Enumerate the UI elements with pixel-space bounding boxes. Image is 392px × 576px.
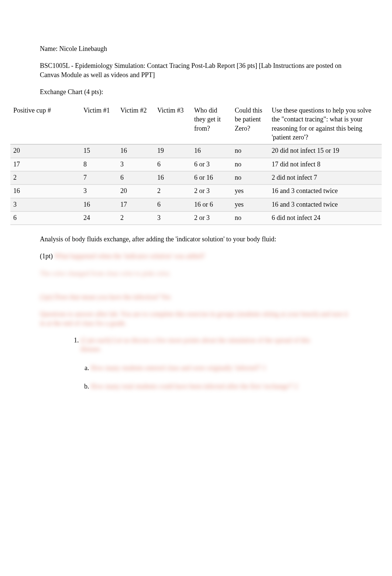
cell-v2: 20	[117, 184, 154, 198]
cell-pz: no	[232, 171, 269, 184]
exchange-chart-table: Positive cup # Victim #1 Victim #2 Victi…	[10, 104, 382, 225]
cell-v1: 7	[80, 171, 117, 184]
question-1: (1pt) What happened when the 'indicator …	[40, 252, 352, 261]
cell-positive: 6	[10, 211, 80, 225]
table-header-row: Positive cup # Victim #1 Victim #2 Victi…	[10, 104, 382, 144]
cell-reason: 2 did not infect 7	[269, 171, 382, 184]
table-body: 2015161916no20 did not infect 15 or 1917…	[10, 144, 382, 225]
cell-v2: 2	[117, 211, 154, 225]
cell-positive: 20	[10, 144, 80, 158]
cell-v1: 3	[80, 184, 117, 198]
cell-pz: yes	[232, 184, 269, 198]
col-header-pz: Could this be patient Zero?	[232, 104, 269, 144]
col-header-victim3: Victim #3	[154, 104, 191, 144]
col-header-victim1: Victim #1	[80, 104, 117, 144]
table-row: 624232 or 3no6 did not infect 24	[10, 211, 382, 225]
cell-pz: no	[232, 144, 269, 158]
group-instructions-blurred: Questions to answer after lab. You are t…	[40, 310, 352, 328]
cell-v3: 3	[154, 211, 191, 225]
cell-reason: 16 and 3 contacted twice	[269, 198, 382, 211]
cell-positive: 17	[10, 158, 80, 171]
table-row: 2015161916no20 did not infect 15 or 19	[10, 144, 382, 158]
numbered-questions: (2 pts each) Let us discuss a few more p…	[80, 336, 330, 391]
cell-v1: 15	[80, 144, 117, 158]
q1-prefix: (1pt)	[40, 252, 53, 260]
cell-v2: 17	[117, 198, 154, 211]
numbered-item-1: (2 pts each) Let us discuss a few more p…	[80, 336, 330, 391]
report-title: BSC1005L - Epidemiology Simulation: Cont…	[40, 61, 352, 79]
table-row: 31617616 or 6yes16 and 3 contacted twice	[10, 198, 382, 211]
cell-v3: 2	[154, 184, 191, 198]
cell-who: 16 or 6	[191, 198, 232, 211]
cell-v3: 6	[154, 198, 191, 211]
answer-1-blurred: The color changed from clear color to pi…	[40, 269, 352, 278]
cell-v2: 3	[117, 158, 154, 171]
cell-pz: no	[232, 211, 269, 225]
cell-v3: 16	[154, 171, 191, 184]
cell-v2: 6	[117, 171, 154, 184]
cell-who: 2 or 3	[191, 211, 232, 225]
alpha-list: How many students entered class and were…	[91, 363, 330, 391]
cell-who: 6 or 16	[191, 171, 232, 184]
analysis-intro: Analysis of body fluids exchange, after …	[40, 235, 352, 244]
num1-text-blurred: (2 pts each) Let us discuss a few more p…	[80, 337, 310, 353]
cell-reason: 17 did not infect 8	[269, 158, 382, 171]
alpha-item-b: How many total students could have been …	[91, 382, 330, 391]
cell-v1: 8	[80, 158, 117, 171]
col-header-reason: Use these questions to help you solve th…	[269, 104, 382, 144]
cell-positive: 2	[10, 171, 80, 184]
num1a-text-blurred: How many students entered class and were…	[91, 364, 266, 372]
alpha-item-a: How many students entered class and were…	[91, 363, 330, 372]
cell-reason: 6 did not infect 24	[269, 211, 382, 225]
cell-reason: 16 and 3 contacted twice	[269, 184, 382, 198]
cell-positive: 16	[10, 184, 80, 198]
col-header-who: Who did they get it from?	[191, 104, 232, 144]
table-row: 276166 or 16no2 did not infect 7	[10, 171, 382, 184]
lab-report-page: Name: Nicole Linebaugh BSC1005L - Epidem…	[0, 0, 392, 422]
cell-pz: yes	[232, 198, 269, 211]
q1-text-blurred: What happened when the 'indicator soluti…	[53, 252, 205, 260]
table-row: 1632022 or 3yes16 and 3 contacted twice	[10, 184, 382, 198]
cell-pz: no	[232, 158, 269, 171]
exchange-chart-heading: Exchange Chart (4 pts):	[40, 87, 352, 96]
cell-v3: 6	[154, 158, 191, 171]
num1b-text-blurred: How many total students could have been …	[91, 383, 298, 390]
cell-v2: 16	[117, 144, 154, 158]
table-row: 178366 or 3no17 did not infect 8	[10, 158, 382, 171]
cell-reason: 20 did not infect 15 or 19	[269, 144, 382, 158]
cell-positive: 3	[10, 198, 80, 211]
cell-who: 6 or 3	[191, 158, 232, 171]
col-header-victim2: Victim #2	[117, 104, 154, 144]
cell-who: 16	[191, 144, 232, 158]
cell-v3: 19	[154, 144, 191, 158]
question-2-blurred: (1pt) Does that mean you have the infect…	[40, 293, 352, 301]
col-header-positive: Positive cup #	[10, 104, 80, 144]
cell-v1: 16	[80, 198, 117, 211]
cell-v1: 24	[80, 211, 117, 225]
cell-who: 2 or 3	[191, 184, 232, 198]
student-name: Name: Nicole Linebaugh	[40, 44, 352, 53]
